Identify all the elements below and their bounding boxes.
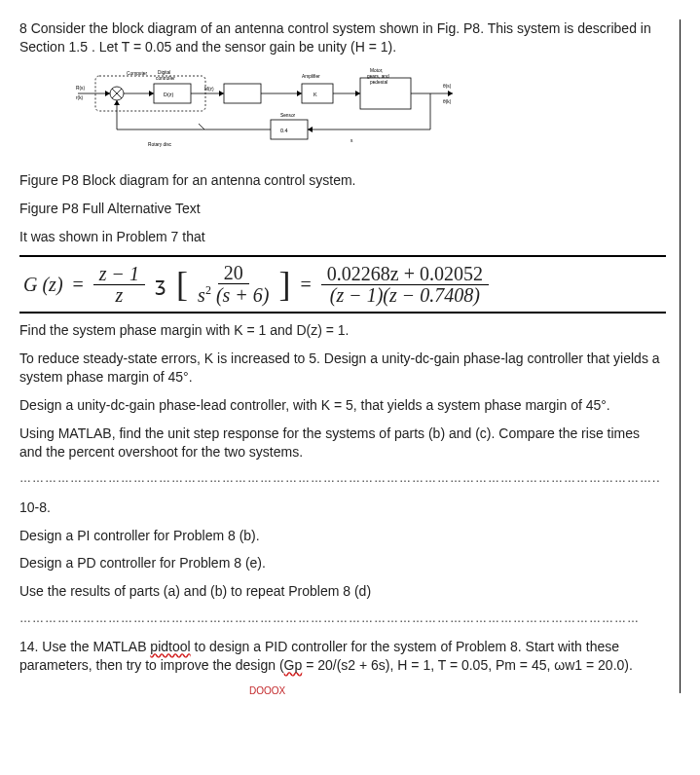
svg-rect-20 bbox=[271, 120, 308, 139]
label-dz: D(z) bbox=[164, 92, 174, 97]
p14-gp: Gp bbox=[284, 657, 303, 673]
task-d: Using MATLAB, find the unit step respons… bbox=[19, 424, 666, 461]
label-rk: r(k) bbox=[76, 95, 84, 100]
p14-text-a: 14. Use the MATLAB bbox=[19, 639, 150, 654]
figure-caption-2: Figure P8 Full Alternative Text bbox=[19, 200, 666, 218]
svg-line-23 bbox=[199, 124, 204, 129]
label-dig2: controller bbox=[156, 76, 175, 81]
problem-intro: 8 Consider the block diagram of an anten… bbox=[19, 19, 666, 56]
svg-rect-12 bbox=[302, 84, 333, 103]
task-10-8-c: Use the results of parts (a) and (b) to … bbox=[19, 582, 666, 601]
eq-lhs: G (z) bbox=[23, 272, 63, 298]
separator-2: …………………………………………………………………………………………………………… bbox=[19, 610, 666, 626]
label-mz: M(z) bbox=[204, 87, 214, 92]
label-mot2: gears, and bbox=[367, 74, 389, 79]
equation-bar: G (z) = z − 1 z ʒ 20 s2 (s + 6) = 0.0226… bbox=[19, 255, 666, 314]
label-sensor: Sensor bbox=[280, 113, 296, 118]
eq-f2-den-a: s bbox=[198, 284, 205, 306]
figure-caption-1: Figure P8 Block diagram for an antenna c… bbox=[19, 171, 666, 190]
problem-10-8-heading: 10-8. bbox=[19, 498, 666, 517]
svg-rect-9 bbox=[224, 84, 261, 103]
label-dig1: Digital bbox=[158, 70, 170, 75]
label-mot3: pedestal bbox=[370, 80, 387, 85]
label-s: s bbox=[350, 138, 353, 143]
task-b: To reduce steady-state errors, K is incr… bbox=[19, 350, 666, 387]
svg-marker-21 bbox=[308, 127, 313, 132]
label-amp: Amplifier bbox=[302, 74, 320, 79]
svg-marker-14 bbox=[297, 91, 302, 96]
p14-text-c: = 20/(s2 + 6s), H = 1, T = 0.05, Pm = 45… bbox=[302, 657, 633, 673]
eq-f1-num: z − 1 bbox=[93, 264, 145, 285]
task-a: Find the system phase margin with K = 1 … bbox=[19, 321, 666, 340]
task-10-8-a: Design a PI controller for Problem 8 (b)… bbox=[19, 527, 666, 545]
problem-14: 14. Use the MATLAB pidtool to design a P… bbox=[19, 638, 666, 693]
reference-text: It was shown in Problem 7 that bbox=[19, 228, 666, 246]
label-out2: θ(k) bbox=[443, 99, 452, 104]
red-annotation: DOOOX bbox=[249, 685, 285, 696]
label-mot1: Motor, bbox=[370, 68, 383, 73]
label-computer: Computer bbox=[127, 71, 147, 76]
eq-r-num: 0.02268z + 0.02052 bbox=[321, 264, 489, 285]
label-rs: R(s) bbox=[76, 86, 85, 91]
label-out: θ(s) bbox=[443, 84, 452, 89]
svg-marker-19 bbox=[448, 91, 453, 96]
task-10-8-b: Design a PD controller for Problem 8 (e)… bbox=[19, 554, 666, 572]
label-K: K bbox=[313, 92, 317, 97]
p14-pidtool: pidtool bbox=[150, 639, 190, 654]
separator-1: …………………………………………………………………………………………………………… bbox=[19, 470, 666, 486]
eq-f2-den-b: (s + 6) bbox=[211, 284, 270, 306]
block-diagram: .bx{fill:#fff;stroke:#000;stroke-width:0… bbox=[58, 66, 467, 154]
eq-f2-num: 20 bbox=[218, 263, 249, 284]
task-c: Design a unity-dc-gain phase-lead contro… bbox=[19, 396, 666, 415]
svg-marker-11 bbox=[219, 91, 224, 96]
label-h: 0.4 bbox=[280, 128, 288, 133]
equation: G (z) = z − 1 z ʒ 20 s2 (s + 6) = 0.0226… bbox=[19, 263, 666, 306]
label-rot: Rotary disc bbox=[148, 142, 172, 147]
eq-f1-den: z bbox=[110, 285, 129, 306]
eq-r-den: (z − 1)(z − 0.7408) bbox=[324, 285, 486, 306]
svg-marker-17 bbox=[355, 91, 360, 96]
